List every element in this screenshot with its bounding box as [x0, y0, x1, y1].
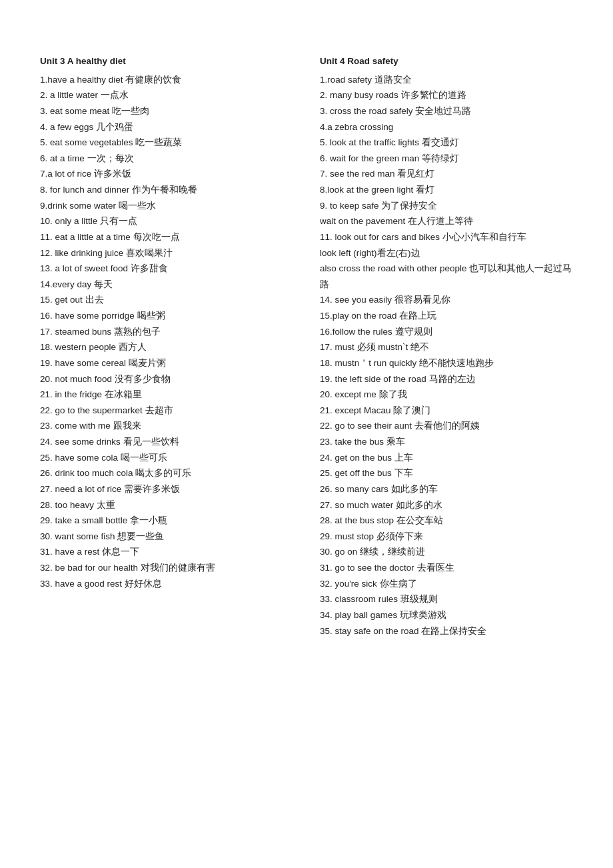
- list-item: 6. wait for the green man 等待绿灯: [320, 151, 573, 167]
- list-item: 29. must stop 必须停下来: [320, 529, 573, 545]
- list-item: 32. you're sick 你生病了: [320, 576, 573, 592]
- list-item: 23. come with me 跟我来: [40, 418, 293, 434]
- list-item: 5. look at the traffic lights 看交通灯: [320, 135, 573, 151]
- list-item: 28. too heavy 太重: [40, 497, 293, 513]
- list-item: 18. mustn＇t run quickly 绝不能快速地跑步: [320, 355, 573, 371]
- list-item: 23. take the bus 乘车: [320, 434, 573, 450]
- list-item: 31. go to see the doctor 去看医生: [320, 560, 573, 576]
- list-item: 7.a lot of rice 许多米饭: [40, 166, 293, 182]
- list-item: 7. see the red man 看见红灯: [320, 166, 573, 182]
- left-title: Unit 3 A healthy diet: [40, 53, 293, 69]
- list-item: 15. get out 出去: [40, 292, 293, 308]
- list-item: 22. go to the supermarket 去超市: [40, 403, 293, 419]
- list-item: 30. want some fish 想要一些鱼: [40, 529, 293, 545]
- list-item: 25. get off the bus 下车: [320, 465, 573, 481]
- list-item: 25. have some cola 喝一些可乐: [40, 450, 293, 466]
- list-item: 8.look at the green light 看灯: [320, 182, 573, 198]
- list-item: also cross the road with other people 也可…: [320, 261, 573, 292]
- list-item: 4.a zebra crossing: [320, 119, 573, 135]
- list-item: 11. look out for cars and bikes 小心小汽车和自行…: [320, 229, 573, 245]
- list-item: 27. need a lot of rice 需要许多米饭: [40, 481, 293, 497]
- list-item: 18. western people 西方人: [40, 339, 293, 355]
- list-item: 11. eat a little at a time 每次吃一点: [40, 229, 293, 245]
- list-item: 12. like drinking juice 喜欢喝果汁: [40, 245, 293, 261]
- list-item: 16.follow the rules 遵守规则: [320, 324, 573, 340]
- list-item: 16. have some porridge 喝些粥: [40, 308, 293, 324]
- list-item: 1.road safety 道路安全: [320, 72, 573, 88]
- list-item: 10. only a little 只有一点: [40, 213, 293, 229]
- list-item: 20. not much food 没有多少食物: [40, 371, 293, 387]
- list-item: 31. have a rest 休息一下: [40, 544, 293, 560]
- list-item: 19. have some cereal 喝麦片粥: [40, 355, 293, 371]
- right-items-container: 1.road safety 道路安全2. many busy roads 许多繁…: [320, 72, 573, 639]
- list-item: 4. a few eggs 几个鸡蛋: [40, 119, 293, 135]
- list-item: wait on the pavement 在人行道上等待: [320, 213, 573, 229]
- list-item: 17. must 必须 mustn`t 绝不: [320, 339, 573, 355]
- list-item: 19. the left side of the road 马路的左边: [320, 371, 573, 387]
- list-item: 29. take a small bottle 拿一小瓶: [40, 513, 293, 529]
- list-item: look left (right)看左(右)边: [320, 245, 573, 261]
- list-item: 13. a lot of sweet food 许多甜食: [40, 261, 293, 277]
- list-item: 14.every day 每天: [40, 277, 293, 293]
- list-item: 9. to keep safe 为了保持安全: [320, 198, 573, 214]
- list-item: 30. go on 继续，继续前进: [320, 544, 573, 560]
- list-item: 5. eat some vegetables 吃一些蔬菜: [40, 135, 293, 151]
- list-item: 2. a little water 一点水: [40, 87, 293, 103]
- list-item: 14. see you easily 很容易看见你: [320, 292, 573, 308]
- list-item: 32. be bad for our health 对我们的健康有害: [40, 560, 293, 576]
- list-item: 3. cross the road safely 安全地过马路: [320, 103, 573, 119]
- list-item: 33. classroom rules 班级规则: [320, 591, 573, 607]
- list-item: 8. for lunch and dinner 作为午餐和晚餐: [40, 182, 293, 198]
- left-items-container: 1.have a healthy diet 有健康的饮食2. a little …: [40, 72, 293, 592]
- list-item: 26. drink too much cola 喝太多的可乐: [40, 465, 293, 481]
- list-item: 9.drink some water 喝一些水: [40, 198, 293, 214]
- list-item: 27. so much water 如此多的水: [320, 497, 573, 513]
- list-item: 6. at a time 一次；每次: [40, 151, 293, 167]
- list-item: 22. go to see their aunt 去看他们的阿姨: [320, 418, 573, 434]
- left-column: Unit 3 A healthy diet 1.have a healthy d…: [40, 53, 293, 639]
- list-item: 35. stay safe on the road 在路上保持安全: [320, 623, 573, 639]
- list-item: 20. except me 除了我: [320, 387, 573, 403]
- list-item: 21. except Macau 除了澳门: [320, 403, 573, 419]
- list-item: 33. have a good rest 好好休息: [40, 576, 293, 592]
- list-item: 1.have a healthy diet 有健康的饮食: [40, 72, 293, 88]
- list-item: 28. at the bus stop 在公交车站: [320, 513, 573, 529]
- list-item: 2. many busy roads 许多繁忙的道路: [320, 87, 573, 103]
- list-item: 24. see some drinks 看见一些饮料: [40, 434, 293, 450]
- right-column: Unit 4 Road safety 1.road safety 道路安全2. …: [320, 53, 573, 639]
- list-item: 17. steamed buns 蒸熟的包子: [40, 324, 293, 340]
- list-item: 21. in the fridge 在冰箱里: [40, 387, 293, 403]
- list-item: 26. so many cars 如此多的车: [320, 481, 573, 497]
- list-item: 24. get on the bus 上车: [320, 450, 573, 466]
- list-item: 3. eat some meat 吃一些肉: [40, 103, 293, 119]
- right-title: Unit 4 Road safety: [320, 53, 573, 69]
- list-item: 34. play ball games 玩球类游戏: [320, 607, 573, 623]
- list-item: 15.play on the road 在路上玩: [320, 308, 573, 324]
